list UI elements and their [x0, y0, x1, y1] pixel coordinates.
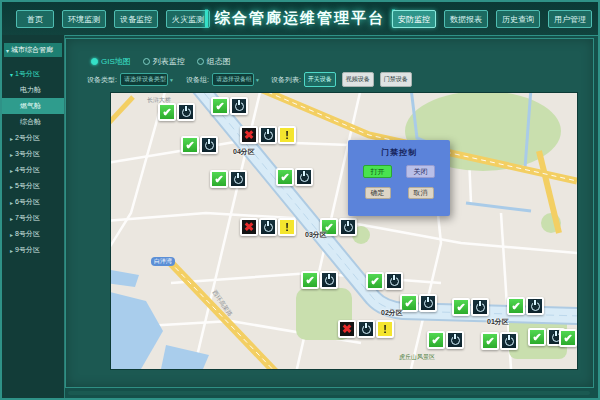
device-marker-alarm[interactable]: ✖! — [240, 218, 296, 236]
sidebar-item[interactable]: ▸9号分区 — [2, 242, 64, 258]
map-place-label: 白洋湾 — [151, 257, 175, 266]
device-marker-ok[interactable]: ✔ — [301, 271, 338, 289]
power-glyph — [344, 223, 353, 232]
status-ok-icon: ✔ — [301, 271, 319, 289]
sidebar-item[interactable]: ▸5号分区 — [2, 178, 64, 194]
sidebar-item-label: 8号分区 — [15, 229, 40, 239]
status-fault-icon: ✖ — [240, 218, 258, 236]
power-icon — [419, 294, 437, 312]
device-marker-ok[interactable]: ✔ — [400, 294, 437, 312]
gis-map[interactable]: ✔✔✔✖!✔✔✖!✔✔✔✔✔✔✖!✔✔✔✔04分区03分区02分区01分区长浒大… — [111, 93, 577, 369]
sidebar-item[interactable]: ▸2号分区 — [2, 130, 64, 146]
header-bar: 首页环境监测设备监控火灾监测 综合管廊运维管理平台 安防监控数据报表历史查询用户… — [2, 2, 598, 36]
device-filter-button[interactable]: 视频设备 — [342, 72, 374, 87]
device-marker-ok[interactable]: ✔ — [211, 97, 248, 115]
device-marker-ok[interactable]: ✔ — [210, 170, 247, 188]
close-button[interactable]: 关闭 — [406, 165, 435, 178]
power-icon — [259, 218, 277, 236]
chevron-right-icon: ▸ — [10, 151, 13, 158]
power-glyph — [390, 277, 399, 286]
power-glyph — [476, 303, 485, 312]
sidebar-item[interactable]: ▸6号分区 — [2, 194, 64, 210]
status-ok-icon: ✔ — [210, 170, 228, 188]
open-button[interactable]: 打开 — [363, 165, 392, 178]
map-place-label: 虎丘山风景区 — [399, 353, 435, 362]
page-title: 综合管廊运维管理平台 — [215, 9, 385, 28]
map-place-label: 西环高架路 — [210, 289, 235, 319]
device-marker-ok[interactable]: ✔ — [559, 329, 577, 347]
sidebar-item[interactable]: 综合舱 — [2, 114, 64, 130]
view-mode-option[interactable]: GIS地图 — [91, 56, 131, 67]
device-group-label: 设备组: — [186, 75, 209, 85]
nav-button[interactable]: 环境监测 — [62, 10, 106, 28]
sidebar-root-node[interactable]: ▾ 城市综合管廊 — [4, 43, 62, 57]
sidebar-item[interactable]: ▾1号分区 — [2, 66, 64, 82]
status-ok-icon: ✔ — [181, 136, 199, 154]
chevron-right-icon: ▸ — [10, 247, 13, 254]
nav-button[interactable]: 用户管理 — [548, 10, 592, 28]
sidebar-item[interactable]: ▸4号分区 — [2, 162, 64, 178]
power-glyph — [234, 175, 243, 184]
header-nav-right: 安防监控数据报表历史查询用户管理 — [392, 10, 592, 28]
nav-button[interactable]: 设备监控 — [114, 10, 158, 28]
chevron-right-icon: ▸ — [10, 231, 13, 238]
ok-button[interactable]: 确定 — [365, 187, 391, 199]
status-ok-icon: ✔ — [427, 331, 445, 349]
power-icon — [259, 126, 277, 144]
device-marker-ok[interactable]: ✔ — [452, 298, 489, 316]
device-marker-ok[interactable]: ✔ — [276, 168, 313, 186]
device-filter-button[interactable]: 开关设备 — [304, 72, 336, 87]
chevron-right-icon: ▸ — [10, 135, 13, 142]
title-wrap: 综合管廊运维管理平台 — [205, 9, 395, 28]
view-mode-option[interactable]: 组态图 — [197, 56, 231, 67]
device-filter-button[interactable]: 门禁设备 — [380, 72, 412, 87]
device-marker-ok[interactable]: ✔ — [481, 332, 518, 350]
cancel-button[interactable]: 取消 — [408, 187, 434, 199]
sidebar-item-label: 5号分区 — [15, 181, 40, 191]
device-marker-ok[interactable]: ✔ — [366, 272, 403, 290]
status-ok-icon: ✔ — [507, 297, 525, 315]
sidebar-item[interactable]: ▸3号分区 — [2, 146, 64, 162]
device-marker-ok[interactable]: ✔ — [158, 103, 195, 121]
nav-button[interactable]: 首页 — [16, 10, 54, 28]
power-icon — [200, 136, 218, 154]
power-icon — [177, 103, 195, 121]
sidebar-item-label: 3号分区 — [15, 149, 40, 159]
power-glyph — [424, 299, 433, 308]
power-icon — [339, 218, 357, 236]
app-window: 首页环境监测设备监控火灾监测 综合管廊运维管理平台 安防监控数据报表历史查询用户… — [0, 0, 600, 400]
radio-icon — [197, 58, 204, 65]
device-list-buttons: 开关设备视频设备门禁设备 — [304, 72, 412, 87]
bottom-scrollbar[interactable] — [68, 391, 590, 395]
device-type-select[interactable]: 请选择设备类型 ▼ — [120, 73, 168, 86]
power-glyph — [451, 336, 460, 345]
device-marker-ok[interactable]: ✔ — [181, 136, 218, 154]
status-fault-icon: ✖ — [240, 126, 258, 144]
device-marker-ok[interactable]: ✔ — [427, 331, 464, 349]
sidebar-item-label: 2号分区 — [15, 133, 40, 143]
power-icon — [385, 272, 403, 290]
power-glyph — [264, 131, 273, 140]
sidebar-item[interactable]: 电力舱 — [2, 82, 64, 98]
power-icon — [526, 297, 544, 315]
sidebar-item[interactable]: ▸8号分区 — [2, 226, 64, 242]
chevron-down-icon: ▼ — [255, 77, 260, 83]
nav-button[interactable]: 火灾监测 — [166, 10, 210, 28]
view-mode-group: GIS地图列表监控组态图 — [91, 56, 231, 67]
device-marker-alarm[interactable]: ✖! — [240, 126, 296, 144]
nav-button[interactable]: 安防监控 — [392, 10, 436, 28]
zone-label: 02分区 — [381, 308, 403, 318]
warning-icon: ! — [278, 126, 296, 144]
sidebar-item[interactable]: ▸7号分区 — [2, 210, 64, 226]
header-nav-left: 首页环境监测设备监控火灾监测 — [16, 10, 210, 28]
map-overlay: ✔✔✔✖!✔✔✖!✔✔✔✔✔✔✖!✔✔✔✔04分区03分区02分区01分区长浒大… — [111, 93, 577, 369]
view-mode-option[interactable]: 列表监控 — [143, 56, 185, 67]
status-fault-icon: ✖ — [338, 320, 356, 338]
sidebar-item[interactable]: 燃气舱 — [2, 98, 64, 114]
device-group-select[interactable]: 请选择设备组 ▼ — [212, 73, 254, 86]
device-marker-ok[interactable]: ✔ — [507, 297, 544, 315]
nav-button[interactable]: 历史查询 — [496, 10, 540, 28]
main-panel: GIS地图列表监控组态图 设备类型: 请选择设备类型 ▼ 设备组: 请选择设备组… — [65, 38, 594, 388]
device-marker-alarm[interactable]: ✖! — [338, 320, 394, 338]
nav-button[interactable]: 数据报表 — [444, 10, 488, 28]
